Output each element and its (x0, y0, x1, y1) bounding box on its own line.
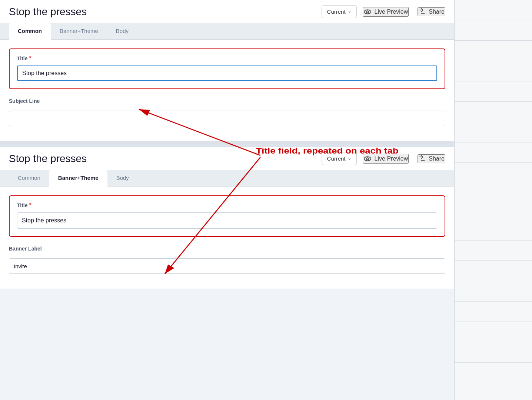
version-dropdown[interactable]: Current ∨ (322, 5, 357, 18)
bottom-chevron-down-icon: ∨ (348, 156, 351, 161)
live-preview-label: Live Preview (375, 9, 408, 15)
bottom-title-label: Title * (17, 202, 437, 209)
top-content-area: Title * Subject Line (0, 40, 454, 141)
right-panel-row (455, 0, 532, 20)
tab-common-bottom[interactable]: Common (9, 170, 49, 186)
bottom-live-preview-label: Live Preview (375, 155, 408, 162)
bottom-header-actions: Live Preview Share (363, 154, 445, 164)
bottom-page-title: Stop the presses (9, 153, 316, 165)
right-panel-row (455, 281, 532, 302)
right-panel-row (455, 122, 532, 142)
top-panel: Stop the presses Current ∨ Live Preview (0, 0, 454, 141)
bottom-tabs-bar: Common Banner+Theme Body (0, 170, 454, 186)
svg-point-2 (364, 157, 370, 161)
bottom-title-required: * (29, 202, 31, 209)
right-panel-row (455, 41, 532, 61)
bottom-eye-icon (363, 155, 372, 163)
share-label: Share (429, 9, 445, 15)
panel-divider (0, 141, 454, 144)
share-icon (418, 8, 426, 16)
right-panel-row (455, 241, 532, 261)
top-title-section: Title * (9, 48, 445, 89)
bottom-banner-label: Banner Label (9, 246, 445, 252)
right-panel-row (455, 20, 532, 41)
top-right-panel (454, 0, 532, 200)
tab-body-top[interactable]: Body (107, 23, 137, 39)
svg-point-3 (366, 158, 369, 160)
bottom-live-preview-button[interactable]: Live Preview (363, 154, 409, 164)
right-panel-row (455, 220, 532, 241)
version-label: Current (327, 9, 346, 15)
bottom-header-bar: Stop the presses Current ∨ Live Preview (0, 147, 454, 170)
tab-body-bottom[interactable]: Body (107, 170, 138, 186)
top-header-actions: Live Preview Share (363, 7, 445, 17)
svg-point-0 (364, 10, 370, 14)
right-panel-row (455, 200, 532, 220)
bottom-share-label: Share (429, 155, 445, 162)
right-panel-row (455, 261, 532, 281)
right-panel-row (455, 102, 532, 122)
tab-banner-theme-bottom[interactable]: Banner+Theme (49, 170, 107, 186)
right-panel-row (455, 81, 532, 102)
share-button[interactable]: Share (418, 7, 445, 16)
tab-banner-theme-top[interactable]: Banner+Theme (51, 23, 107, 39)
right-panel-row (455, 342, 532, 363)
live-preview-button[interactable]: Live Preview (363, 7, 409, 17)
right-panel-row (455, 142, 532, 163)
bottom-panel: Stop the presses Current ∨ Live Preview (0, 144, 454, 289)
top-header-bar: Stop the presses Current ∨ Live Preview (0, 0, 454, 23)
bottom-title-input[interactable] (17, 212, 437, 229)
bottom-version-dropdown[interactable]: Current ∨ (322, 152, 357, 165)
bottom-content-area: Title * Banner Label (0, 186, 454, 289)
top-title-input[interactable] (17, 65, 437, 81)
bottom-banner-label-section: Banner Label (9, 246, 445, 280)
top-subject-line-input[interactable] (9, 111, 445, 126)
bottom-share-button[interactable]: Share (418, 154, 445, 163)
top-subject-line-section: Subject Line (9, 98, 445, 132)
eye-icon (363, 8, 372, 16)
top-title-required: * (29, 55, 31, 62)
right-panel-row (455, 322, 532, 342)
bottom-title-section: Title * (9, 195, 445, 237)
top-title-label: Title * (17, 55, 437, 62)
top-subject-line-label: Subject Line (9, 98, 445, 104)
right-panel-row (455, 302, 532, 322)
bottom-banner-input[interactable] (9, 258, 445, 274)
chevron-down-icon: ∨ (348, 9, 351, 14)
right-panel-row (455, 61, 532, 81)
bottom-right-panel (454, 200, 532, 400)
page-title: Stop the presses (9, 6, 316, 18)
top-tabs-bar: Common Banner+Theme Body (0, 23, 454, 40)
bottom-share-icon (418, 155, 426, 162)
bottom-version-label: Current (327, 155, 346, 162)
svg-point-1 (366, 11, 369, 13)
tab-common-top[interactable]: Common (9, 23, 51, 40)
